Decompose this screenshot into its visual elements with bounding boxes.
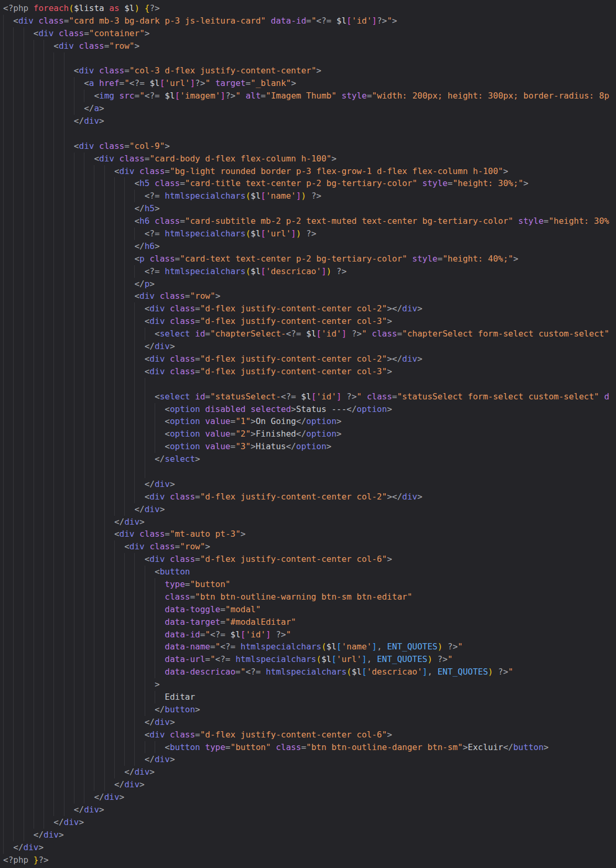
indent-guides (3, 315, 145, 328)
tok-p: < (145, 316, 150, 326)
tok-str: "statusSelect form-select custom-select" (397, 392, 599, 402)
tok-p: = (544, 216, 549, 226)
tok-tag: div (18, 16, 34, 26)
tok-p: <?= (220, 642, 241, 652)
tok-str: "btn btn-outline-danger btn-sm" (306, 742, 463, 752)
tok-p (200, 416, 206, 426)
code-line: <select id="statusSelect-<?= $l['id'] ?>… (0, 390, 616, 403)
tok-p: > (120, 792, 125, 802)
tok-p: = (124, 66, 129, 75)
tok-tag: htmlspecialchars (241, 642, 321, 652)
tok-str: "#modalEditar" (225, 617, 296, 627)
tok-var: $lista (74, 3, 104, 13)
code-line: </div> (0, 816, 616, 829)
indent-guides (3, 177, 134, 190)
tok-p: </ (53, 817, 63, 827)
tok-tag: p (139, 254, 145, 264)
tok-tag: h5 (145, 203, 155, 213)
tok-p: = (367, 91, 372, 101)
indent-guides (3, 491, 145, 503)
tok-var: $l (165, 91, 175, 101)
indent-guides (3, 616, 165, 628)
tok-p (190, 329, 195, 339)
indent-guides (3, 77, 84, 90)
tok-str: " (311, 16, 317, 26)
indent-guides (3, 716, 145, 729)
tok-p: < (145, 303, 150, 313)
tok-p: ?> (442, 642, 458, 652)
indent-guides (3, 64, 74, 77)
indent-guides (3, 666, 165, 678)
tok-tag: htmlspecialchars (235, 654, 316, 664)
tok-tag: div (155, 754, 170, 764)
tok-str: "d-flex justify-content-center col-3" (200, 366, 387, 376)
tok-p: > (139, 779, 145, 789)
tok-bgold: ) (427, 654, 433, 664)
code-line: <?= htmlspecialchars($l['url']) ?> (0, 227, 616, 240)
tok-tag: div (149, 354, 165, 364)
tok-bgold: ) (296, 229, 301, 238)
tok-p (145, 541, 150, 551)
tok-p: < (145, 730, 150, 740)
tok-p (155, 291, 160, 301)
tok-p: </ (34, 830, 44, 840)
tok-bpink: [ (311, 392, 317, 402)
tok-p: > (170, 754, 175, 764)
tok-p: </ (134, 203, 144, 213)
tok-str: " (205, 78, 210, 88)
code-line: </div> (0, 478, 616, 491)
tok-str: "row" (190, 291, 215, 301)
tok-p: </ (286, 441, 296, 451)
tok-bgold: ( (245, 266, 251, 276)
tok-p (241, 91, 246, 101)
code-line: <select id="chapterSelect-<?= $l['id'] ?… (0, 328, 616, 340)
indent-guides (3, 653, 165, 666)
tok-p: < (165, 416, 170, 426)
code-line: data-id="<?= $l['id'] ?>" (0, 628, 616, 641)
tok-txt: Excluir (468, 742, 503, 752)
tok-tag: div (79, 141, 94, 151)
indent-guides (3, 440, 165, 453)
tok-p: = (231, 416, 236, 426)
tok-p (145, 254, 150, 264)
tok-p (200, 404, 206, 414)
tok-p: > (145, 28, 150, 38)
tok-var: $l (321, 654, 331, 664)
tok-p: > (205, 541, 210, 551)
tok-str: "button" (231, 742, 271, 752)
indent-guides (3, 340, 145, 353)
tok-tag: div (149, 316, 165, 326)
tok-p: > (251, 441, 256, 451)
tok-p (134, 529, 139, 539)
code-editor[interactable]: <?php foreach($lista as $l) {?> <div cla… (0, 0, 616, 868)
tok-bpink: ] (291, 229, 296, 238)
tok-p: <?= (129, 78, 150, 88)
tok-attr: value (205, 429, 230, 439)
tok-tag: select (160, 392, 190, 402)
indent-guides (3, 628, 165, 641)
code-line (0, 378, 616, 390)
tok-p: = (84, 28, 89, 38)
tok-p: </ (114, 779, 124, 789)
tok-bblue: ] (423, 667, 428, 677)
tok-str: "row" (109, 41, 134, 51)
tok-attr: id (195, 392, 205, 402)
tok-str: " (235, 91, 241, 101)
tok-attr: class (170, 303, 195, 313)
tok-tag: option (170, 429, 200, 439)
tok-p: <?= (145, 266, 165, 276)
code-line: > (0, 678, 616, 691)
code-line: <option disabled selected>Status ---</op… (0, 403, 616, 416)
tok-p: </ (145, 479, 155, 489)
code-line: Editar (0, 691, 616, 703)
tok-attr: style (342, 91, 367, 101)
indent-guides (3, 741, 165, 754)
tok-p: = (195, 303, 200, 313)
tok-p: > (195, 454, 200, 464)
tok-p (210, 78, 215, 88)
tok-str: "_blank" (251, 78, 291, 88)
tok-attr: data-descricao (165, 667, 235, 677)
tok-p: < (145, 354, 150, 364)
tok-bblue: [ (337, 642, 342, 652)
tok-p: = (195, 492, 200, 502)
